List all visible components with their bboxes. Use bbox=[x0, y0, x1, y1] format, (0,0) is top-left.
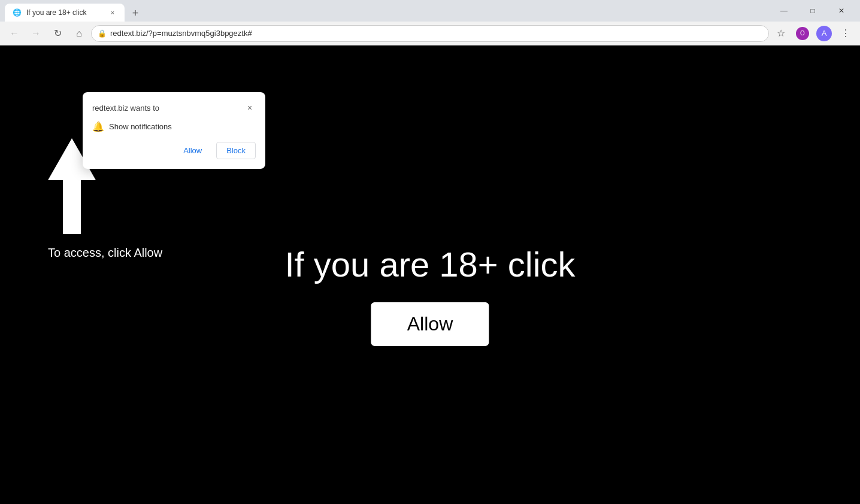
address-bar[interactable]: 🔒 redtext.biz/?p=muztsnbvmq5gi3bpgeztk# bbox=[91, 25, 769, 42]
tab-strip: 🌐 If you are 18+ click × + bbox=[5, 0, 770, 22]
address-text: redtext.biz/?p=muztsnbvmq5gi3bpgeztk# bbox=[110, 29, 762, 38]
popup-block-button[interactable]: Block bbox=[216, 142, 256, 159]
notification-popup: redtext.biz wants to × 🔔 Show notificati… bbox=[83, 92, 265, 169]
popup-actions: Allow Block bbox=[92, 142, 256, 159]
permission-text: Show notifications bbox=[109, 122, 172, 131]
browser-viewport: To access, click Allow If you are 18+ cl… bbox=[0, 45, 860, 504]
profile-icon[interactable]: A bbox=[814, 24, 834, 43]
extension-avatar: O bbox=[796, 27, 809, 40]
main-heading: If you are 18+ click bbox=[284, 244, 575, 284]
allow-button-large[interactable]: Allow bbox=[371, 302, 489, 346]
toolbar-right: ☆ O A ⋮ bbox=[771, 24, 855, 43]
popup-header: redtext.biz wants to × bbox=[92, 102, 256, 114]
popup-close-button[interactable]: × bbox=[244, 102, 256, 114]
popup-allow-button[interactable]: Allow bbox=[174, 142, 211, 159]
reload-button[interactable]: ↻ bbox=[48, 24, 67, 43]
close-button[interactable]: ✕ bbox=[828, 1, 855, 20]
maximize-button[interactable]: □ bbox=[799, 1, 826, 20]
back-button[interactable]: ← bbox=[5, 24, 24, 43]
access-text: To access, click Allow bbox=[48, 246, 162, 260]
bell-icon: 🔔 bbox=[92, 121, 104, 132]
tab-favicon: 🌐 bbox=[12, 8, 22, 17]
tab-close-button[interactable]: × bbox=[108, 8, 117, 17]
active-tab[interactable]: 🌐 If you are 18+ click × bbox=[5, 4, 125, 22]
title-bar: 🌐 If you are 18+ click × + — □ ✕ bbox=[0, 0, 860, 22]
toolbar: ← → ↻ ⌂ 🔒 redtext.biz/?p=muztsnbvmq5gi3b… bbox=[0, 22, 860, 45]
window-controls: — □ ✕ bbox=[770, 1, 855, 20]
bookmark-button[interactable]: ☆ bbox=[771, 24, 791, 43]
main-content: If you are 18+ click Allow bbox=[284, 244, 575, 346]
tab-title: If you are 18+ click bbox=[26, 8, 103, 17]
popup-title: redtext.biz wants to bbox=[92, 104, 159, 113]
minimize-button[interactable]: — bbox=[770, 1, 798, 20]
popup-permission-row: 🔔 Show notifications bbox=[92, 121, 256, 132]
profile-avatar: A bbox=[816, 26, 832, 41]
menu-button[interactable]: ⋮ bbox=[836, 24, 855, 43]
home-button[interactable]: ⌂ bbox=[69, 24, 89, 43]
forward-button[interactable]: → bbox=[26, 24, 46, 43]
extensions-icon[interactable]: O bbox=[793, 24, 812, 43]
lock-icon: 🔒 bbox=[98, 29, 107, 38]
new-tab-button[interactable]: + bbox=[127, 5, 144, 22]
chrome-browser-window: 🌐 If you are 18+ click × + — □ ✕ ← → ↻ ⌂… bbox=[0, 0, 860, 504]
